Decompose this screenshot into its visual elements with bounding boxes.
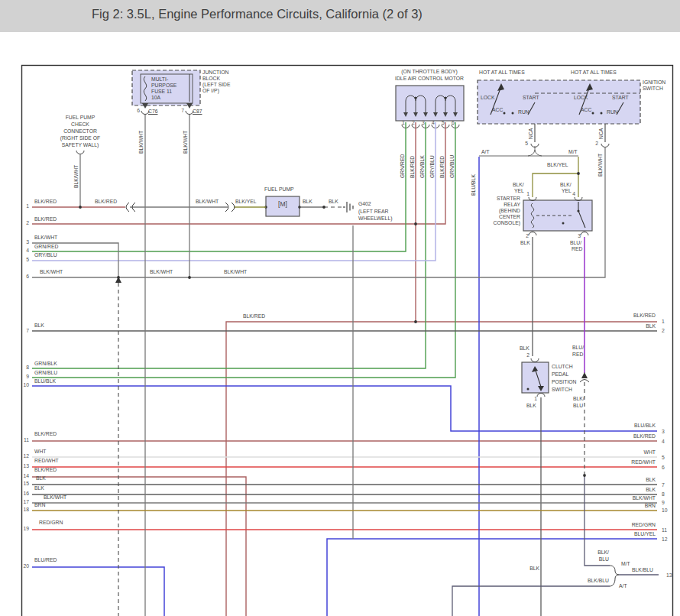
wires-blkred bbox=[32, 122, 657, 616]
inline-arrow-icon bbox=[581, 372, 588, 378]
ground-icon bbox=[343, 202, 353, 212]
fuel-pump bbox=[264, 196, 301, 216]
wires-blkblu bbox=[452, 475, 659, 616]
diagram-border bbox=[22, 66, 673, 616]
brace-icon bbox=[610, 566, 619, 586]
wires-blkwht bbox=[32, 115, 657, 616]
starter-relay bbox=[523, 197, 592, 235]
page: { "title": "Fig 2: 3.5L, Engine Performa… bbox=[0, 0, 680, 616]
fuel-pump-check-connector bbox=[76, 151, 84, 154]
clutch-pedal-position-switch bbox=[522, 358, 549, 397]
wiring-diagram bbox=[0, 0, 680, 616]
idle-air-control-motor bbox=[396, 86, 464, 128]
wires-gryblu bbox=[32, 122, 436, 261]
wires-dashed bbox=[118, 207, 584, 616]
wires-green bbox=[32, 122, 455, 378]
junction-block bbox=[132, 70, 200, 115]
ignition-switch bbox=[478, 80, 640, 156]
inline-connector-icons bbox=[126, 203, 589, 382]
wires-blk bbox=[32, 207, 657, 616]
